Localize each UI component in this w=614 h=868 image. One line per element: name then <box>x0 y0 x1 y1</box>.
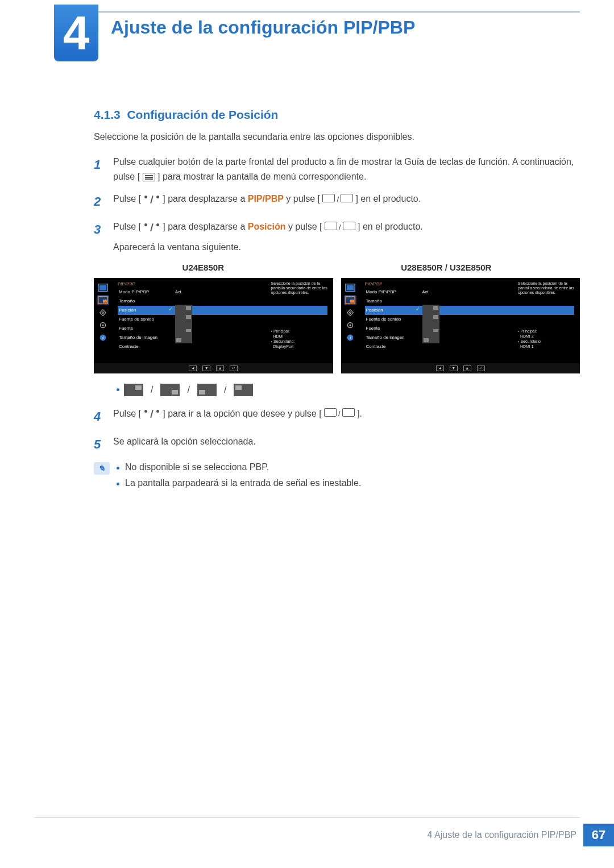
osd-item-size: Tamaño <box>118 297 327 306</box>
pip-pos-option-tr-icon <box>124 384 143 396</box>
svg-text:i: i <box>102 335 103 340</box>
note-icon: ✎ <box>94 462 110 475</box>
page-number: 67 <box>583 824 614 846</box>
step-text: ] para desplazarse a <box>163 194 247 203</box>
step-text: ] para ir a la opción que desee y pulse … <box>163 409 321 418</box>
nav-left-icon: ◄ <box>436 366 444 371</box>
step-text: ]. <box>357 409 362 418</box>
step-text: ] para mostrar la pantalla de menú corre… <box>157 172 366 181</box>
step-tail: Aparecerá la ventana siguiente. <box>113 240 580 255</box>
step-text: Se aplicará la opción seleccionada. <box>113 434 580 454</box>
footer-rule <box>34 817 580 818</box>
onscreen-display-icon <box>97 308 109 318</box>
bullet-icon <box>117 388 119 391</box>
note-item: No disponible si se selecciona PBP. <box>117 462 580 472</box>
svg-rect-11 <box>350 300 354 302</box>
section-intro: Seleccione la posición de la pantalla se… <box>94 132 580 142</box>
pip-pos-option-br-icon <box>160 384 180 396</box>
top-rule <box>54 11 580 13</box>
svg-rect-9 <box>346 285 354 290</box>
osd-item-position-selected: Posición <box>118 306 327 315</box>
info-icon: i <box>344 333 356 343</box>
pip-pos-option-tl-icon <box>234 384 253 396</box>
up-down-dots-icon <box>143 410 160 418</box>
up-down-dots-icon <box>143 196 160 203</box>
osd-description: Seleccione la posición de la pantalla se… <box>518 281 578 296</box>
section-heading: 4.1.3 Configuración de Posición <box>94 108 580 122</box>
osd-description: Seleccione la posición de la pantalla se… <box>271 281 331 296</box>
enter-source-icon: / <box>325 222 355 234</box>
osd-screenshot-u24: i PIP/PBP Modo PIP/PBPAct. Tamaño Posici… <box>94 278 333 373</box>
step-text: ] para desplazarse a <box>163 222 247 231</box>
enter-source-icon: / <box>322 194 353 206</box>
info-icon: i <box>97 333 109 343</box>
model-left: U24E850R <box>182 263 224 272</box>
step-text: ] en el producto. <box>358 222 423 231</box>
nav-up-icon: ▲ <box>463 366 471 371</box>
osd-item-position-selected: Posición <box>365 306 575 315</box>
picture-icon <box>97 283 109 293</box>
pip-thumb-icon <box>175 332 192 343</box>
step-number: 2 <box>94 192 105 211</box>
onscreen-display-icon <box>344 308 356 318</box>
step-text: Pulse [ <box>113 194 141 203</box>
settings-icon <box>344 320 356 330</box>
nav-enter-icon: ↵ <box>477 366 485 371</box>
osd-item-sound: Fuente de sonido <box>118 315 327 324</box>
step-number: 5 <box>94 434 105 454</box>
step-text: y pulse [ <box>285 222 322 231</box>
step-text: Pulse [ <box>113 222 141 231</box>
keyword-posicion: Posición <box>248 222 286 231</box>
osd-item-size: Tamaño <box>365 297 575 306</box>
enter-source-icon: / <box>324 408 355 420</box>
section-title: Configuración de Posición <box>127 108 278 121</box>
osd-sidebar: i <box>94 278 112 373</box>
note-item: La pantalla parpadeará si la entrada de … <box>117 478 580 488</box>
step-5: 5 Se aplicará la opción seleccionada. <box>94 434 580 454</box>
menu-icon <box>143 173 155 181</box>
note-block: ✎ No disponible si se selecciona PBP. La… <box>94 462 580 494</box>
step-4: 4 Pulse [ ] para ir a la opción que dese… <box>94 406 580 426</box>
nav-down-icon: ▼ <box>450 366 458 371</box>
osd-screenshot-u28-u32: i PIP/PBP Modo PIP/PBPAct. Tamaño Posici… <box>341 278 580 373</box>
svg-point-13 <box>349 324 351 326</box>
section-number: 4.1.3 <box>94 108 121 121</box>
step-text: y pulse [ <box>284 194 320 203</box>
osd-sidebar: i <box>341 278 359 373</box>
svg-text:i: i <box>349 335 350 340</box>
step-1: 1 Pulse cualquier botón de la parte fron… <box>94 155 580 184</box>
osd-nav: ◄ ▼ ▲ ↵ <box>94 363 333 373</box>
chapter-number-badge: 4 <box>54 5 98 61</box>
nav-down-icon: ▼ <box>202 366 210 371</box>
osd-sources: •Principal: HDMI 2 •Secundario: HDMI 1 <box>518 329 578 349</box>
step-number: 1 <box>94 155 105 184</box>
svg-rect-3 <box>103 300 107 302</box>
pip-icon <box>344 295 356 305</box>
settings-icon <box>97 320 109 330</box>
footer-text: 4 Ajuste de la configuración PIP/PBP <box>428 830 576 840</box>
osd-item-sound: Fuente de sonido <box>365 315 575 324</box>
nav-up-icon: ▲ <box>216 366 224 371</box>
model-right: U28E850R / U32E850R <box>401 263 491 272</box>
svg-rect-1 <box>99 285 107 290</box>
up-down-dots-icon <box>143 223 160 231</box>
pip-pos-option-bl-icon <box>197 384 217 396</box>
picture-icon <box>344 283 356 293</box>
step-text: Pulse [ <box>113 409 141 418</box>
pip-thumb-icon <box>422 332 439 343</box>
position-option-row: / / / <box>117 384 580 396</box>
svg-point-5 <box>102 324 103 326</box>
osd-sources: •Principal: HDMI •Secundario: DisplayPor… <box>271 329 331 349</box>
step-2: 2 Pulse [ ] para desplazarse a PIP/PBP y… <box>94 192 580 211</box>
chapter-title: Ajuste de la configuración PIP/PBP <box>111 17 415 38</box>
step-3: 3 Pulse [ ] para desplazarse a Posición … <box>94 219 580 254</box>
step-text: ] en el producto. <box>355 194 421 203</box>
step-number: 4 <box>94 406 105 426</box>
nav-enter-icon: ↵ <box>230 366 238 371</box>
step-number: 3 <box>94 219 105 254</box>
pip-icon <box>97 295 109 305</box>
osd-nav: ◄ ▼ ▲ ↵ <box>341 363 580 373</box>
nav-left-icon: ◄ <box>189 366 197 371</box>
footer: 4 Ajuste de la configuración PIP/PBP 67 <box>428 824 614 846</box>
keyword-pippbp: PIP/PBP <box>248 194 284 203</box>
